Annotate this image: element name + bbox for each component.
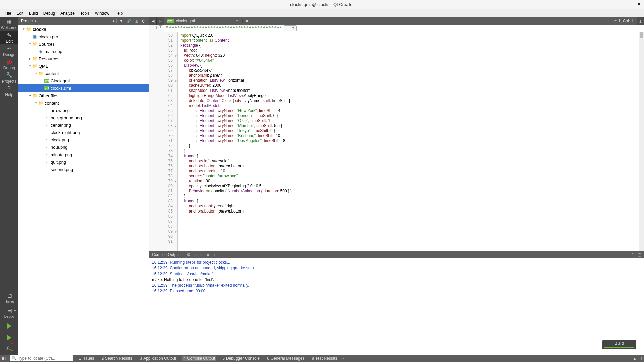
play-icon [7, 335, 11, 340]
tree-item[interactable]: ▾📁clocks [18, 25, 149, 33]
tree-arrow-icon: ▾ [34, 72, 38, 75]
output-tab-general-messages[interactable]: 6 General Messages [266, 356, 306, 361]
mode-help[interactable]: ?Help [0, 84, 18, 98]
menu-debug[interactable]: Debug [41, 10, 58, 17]
window-close-button[interactable]: ✕ [637, 2, 641, 6]
panes-dropdown-icon[interactable]: ▾ [342, 357, 344, 360]
tree-item-label: clock-night.png [51, 130, 80, 135]
scrollbar-thumb[interactable] [640, 32, 643, 38]
tree-item[interactable]: ▫minute.png [18, 151, 149, 158]
close-pane-icon[interactable]: ⮿ [141, 18, 146, 24]
toggle-sidebar-button[interactable]: ◧ [2, 356, 6, 361]
tree-arrow-icon: ▾ [28, 64, 32, 68]
mode-welcome[interactable]: ▦Welcome [0, 17, 18, 31]
menu-help[interactable]: Help [112, 10, 126, 17]
tree-item[interactable]: qmlClock.qml [18, 77, 149, 84]
menu-edit[interactable]: Edit [14, 10, 26, 17]
cpp-file-icon: ◆ [38, 49, 43, 54]
debug-icon: 🐞 [6, 59, 13, 65]
zoom-in-icon[interactable]: ＋ [213, 252, 217, 258]
menu-analyze[interactable]: Analyze [58, 10, 77, 17]
fold-handle-icon[interactable]: ▾ [175, 79, 177, 84]
output-tab-test-results[interactable]: 8 Test Results [310, 356, 338, 361]
close-output-icon[interactable]: ▢ [638, 356, 642, 361]
vertical-scrollbar[interactable] [639, 32, 644, 251]
pro-file-icon: ▣ [32, 34, 37, 39]
locator-input[interactable] [18, 356, 71, 361]
tree-item[interactable]: ▫second.png [18, 166, 149, 173]
tree-item[interactable]: ▫arrow.png [18, 107, 149, 114]
project-tree[interactable]: ▾📁clocks▣clocks.pro▾📁Sources◆main.cpp▸📁R… [18, 25, 149, 355]
output-tab-application-output[interactable]: 3 Application Output [138, 356, 177, 361]
fold-handle-icon[interactable]: ▾ [175, 179, 177, 184]
nav-back-button[interactable]: ◀ [149, 17, 157, 25]
build-config-selector[interactable]: 🖥 ▸ Debug [0, 306, 18, 320]
qml-file-icon: qml [44, 85, 49, 91]
fold-handle-icon[interactable]: ▾ [175, 54, 177, 59]
tree-item[interactable]: ▫center.png [18, 121, 149, 129]
prev-icon[interactable]: ◀ [194, 252, 197, 257]
zoom-out-icon[interactable]: － [220, 252, 224, 258]
dropdown-icon[interactable]: ▾ [113, 19, 114, 23]
tree-item-label: center.png [51, 123, 71, 128]
menu-build[interactable]: Build [26, 10, 41, 17]
close-panel-icon[interactable]: ▢ [638, 252, 641, 257]
help-icon: ? [8, 85, 11, 92]
locator[interactable]: 🔍 [10, 355, 73, 361]
build-button[interactable]: 🔨 [0, 343, 18, 355]
output-tab-issues[interactable]: 1 Issues [77, 356, 95, 361]
mode-projects[interactable]: 🔧Projects [0, 71, 18, 84]
mode-design[interactable]: ✒Design [0, 44, 18, 58]
nav-forward-button[interactable]: ▶ [157, 17, 164, 25]
next-icon[interactable]: ▶ [200, 252, 203, 257]
mode-edit[interactable]: ✎Edit [0, 31, 18, 44]
stop-icon[interactable]: ■ [207, 252, 209, 257]
tree-item[interactable]: ◆main.cpp [18, 48, 149, 55]
debug-run-button[interactable]: 🐞 [0, 332, 18, 343]
code-editor[interactable]: /***************************************… [164, 25, 644, 251]
maximize-icon[interactable]: ⌃ [631, 252, 634, 257]
tree-item[interactable]: ▫background.png [18, 114, 149, 121]
line-col-indicator[interactable]: Line: 1, Col: 1 [605, 19, 637, 23]
filter-icon[interactable]: ▼ [119, 18, 124, 24]
tree-item[interactable]: ▫hour.png [18, 143, 149, 151]
menu-window[interactable]: Window [92, 10, 112, 17]
tree-item[interactable]: ▾📁QML [18, 62, 149, 70]
kit-selector[interactable]: 🖥 clocks [0, 290, 18, 306]
menu-file[interactable]: File [2, 10, 14, 17]
tree-item[interactable]: ▫quit.png [18, 158, 149, 166]
projects-title: Projects [21, 19, 111, 23]
code-content[interactable]: import QtQuick 2.0import "content" as Co… [178, 32, 639, 251]
menu-tools[interactable]: Tools [77, 10, 92, 17]
welcome-icon: ▦ [7, 18, 12, 25]
close-tab-button[interactable]: ✕ [242, 19, 249, 23]
fold-handle-icon[interactable]: ▾ [175, 124, 177, 129]
tree-item[interactable]: ▾📁content [18, 99, 149, 107]
folder-icon: 📁 [32, 63, 37, 69]
tree-item[interactable]: ▸📁Resources [18, 55, 149, 62]
tree-item[interactable]: ▾📁Other files [18, 92, 149, 99]
chevron-down-icon[interactable]: ▾ [236, 19, 238, 23]
build-progress-fill [604, 347, 634, 348]
output-tab-search-results[interactable]: 2 Search Results [100, 356, 133, 361]
link-icon[interactable]: 🔗 [126, 18, 131, 24]
tree-item[interactable]: ▾📁Sources [18, 40, 149, 48]
tree-item[interactable]: ▫clock-night.png [18, 129, 149, 136]
fold-badge[interactable]: . . . */ [284, 25, 296, 31]
mode-debug[interactable]: 🐞Debug [0, 58, 18, 71]
compile-output-body[interactable]: 16:12:39: Running steps for project cloc… [149, 258, 644, 355]
tree-item[interactable]: ▾📁content [18, 70, 149, 77]
output-tab-debugger-console[interactable]: 5 Debugger Console [221, 356, 261, 361]
collapse-icon[interactable]: ▴ [634, 356, 636, 361]
tree-item[interactable]: ▫clock.png [18, 136, 149, 143]
tree-item[interactable]: ▣clocks.pro [18, 33, 149, 40]
tree-item[interactable]: qmlclocks.qml [18, 84, 149, 92]
editor-tab[interactable]: qml clocks.qml ▾ ✕ [164, 17, 251, 25]
fold-expand-icon[interactable]: + [159, 25, 162, 29]
run-button[interactable] [0, 320, 18, 332]
fold-handle-icon[interactable]: ▾ [175, 230, 177, 235]
split-editor-button[interactable]: ◫ [637, 17, 644, 25]
add-split-icon[interactable]: ◫ [133, 18, 139, 24]
output-tab-compile-output[interactable]: 4 Compile Output [182, 356, 216, 361]
filter-icon[interactable]: ⚙ [187, 252, 191, 257]
